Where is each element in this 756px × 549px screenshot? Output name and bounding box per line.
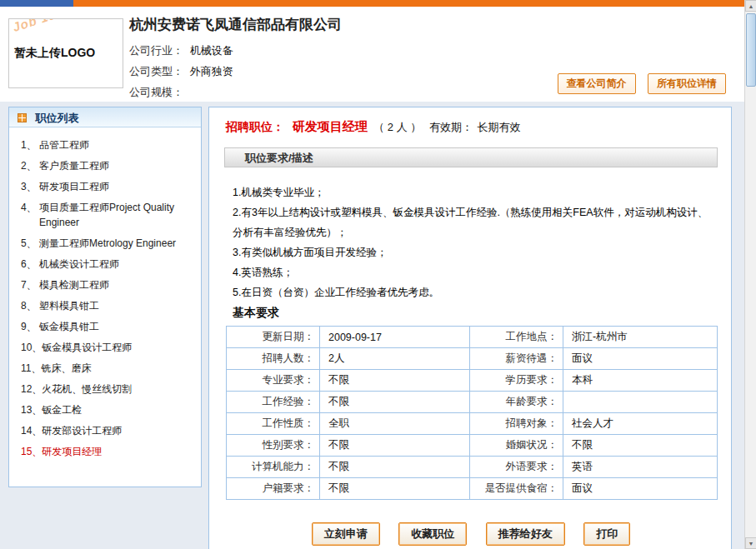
job-description-line: 1.机械类专业毕业；	[233, 182, 709, 202]
job-item-number: 7、	[14, 277, 39, 292]
scroll-thumb[interactable]	[746, 13, 756, 87]
job-item-number: 13、	[14, 402, 42, 417]
requirement-value: 面议	[563, 348, 718, 370]
job-description-header: 职位要求/描述	[224, 147, 718, 167]
job-item-label: 塑料模具钳工	[39, 298, 196, 313]
all-positions-button[interactable]: 所有职位详情	[648, 73, 726, 94]
job-item-label: 研发项目经理	[42, 444, 196, 459]
job-item-number: 6、	[14, 257, 39, 272]
table-row: 工作经验： 不限 年龄要求：	[227, 392, 718, 413]
requirement-value: 本科	[563, 370, 718, 392]
job-item-number: 10、	[14, 340, 42, 355]
requirement-label: 招聘人数：	[227, 348, 320, 370]
requirement-label: 户籍要求：	[227, 478, 320, 500]
table-row: 性别要求： 不限 婚姻状况： 不限	[227, 435, 718, 457]
job-item-number: 14、	[14, 423, 42, 438]
sidebar-job-item[interactable]: 8、 塑料模具钳工	[14, 298, 196, 313]
requirement-value: 2人	[320, 348, 470, 370]
job-item-label: 钣金工检	[42, 402, 196, 417]
requirement-label: 婚姻状况：	[470, 435, 563, 457]
scroll-down-icon[interactable]: ▼	[745, 537, 756, 549]
job-description: 1.机械类专业毕业； 2.有3年以上结构设计或塑料模具、钣金模具设计工作经验.（…	[233, 182, 709, 302]
requirement-value: 不限	[320, 392, 470, 413]
job-item-label: 模具检测工程师	[39, 277, 196, 292]
requirement-value: 社会人才	[563, 413, 718, 435]
job-detail-panel: 招聘职位： 研发项目经理 （ 2 人 ） 有效期： 长期有效 职位要求/描述 1…	[208, 107, 732, 549]
sidebar-job-item[interactable]: 13、 钣金工检	[14, 402, 196, 417]
job-item-label: 品管工程师	[39, 137, 196, 152]
sidebar-job-item[interactable]: 1、 品管工程师	[14, 137, 196, 152]
sidebar-job-item[interactable]: 6、 机械类设计工程师	[14, 257, 196, 272]
requirement-label: 外语要求：	[470, 457, 563, 478]
requirement-value: 不限	[320, 478, 470, 500]
job-title: 研发项目经理	[293, 119, 368, 133]
top-accent-bar	[0, 0, 744, 7]
requirement-value: 全职	[320, 413, 470, 435]
requirement-value: 不限	[320, 435, 470, 457]
requirement-label: 学历要求：	[470, 370, 563, 392]
job-item-label: 测量工程师Metrology Engineer	[39, 236, 196, 251]
sidebar-job-item[interactable]: 12、 火花机、慢丝线切割	[14, 382, 196, 397]
job-item-number: 3、	[14, 179, 39, 194]
list-icon	[18, 113, 27, 122]
sidebar-job-item[interactable]: 10、 钣金模具设计工程师	[14, 340, 196, 355]
sidebar-job-item[interactable]: 2、 客户质量工程师	[14, 158, 196, 173]
requirement-value: 不限	[320, 457, 470, 478]
job-list-header: 职位列表	[9, 107, 201, 127]
requirement-label: 性别要求：	[227, 435, 320, 457]
company-type-label: 公司类型：	[129, 65, 183, 77]
top-accent-bar-blue	[0, 0, 73, 7]
job-item-number: 11、	[14, 361, 41, 376]
job-list-panel: 职位列表 1、 品管工程师 2、 客户质量工程师 3、 研发项目工程师 4、 项…	[8, 107, 202, 487]
job-item-number: 15、	[14, 444, 42, 459]
requirement-label: 工作经验：	[227, 392, 320, 413]
requirement-value: 2009-09-17	[320, 327, 470, 348]
company-industry-label: 公司行业：	[129, 44, 183, 57]
job-item-label: 钣金模具钳工	[39, 319, 196, 334]
job-description-line: 2.有3年以上结构设计或塑料模具、钣金模具设计工作经验.（熟练使用相关FEA软件…	[233, 202, 709, 242]
sidebar-job-item[interactable]: 7、 模具检测工程师	[14, 277, 196, 292]
requirement-label: 招聘对象：	[470, 413, 563, 435]
sidebar-job-item[interactable]: 3、 研发项目工程师	[14, 179, 196, 194]
company-header: Job 1001.com 暂未上传LOGO 杭州安费诺飞凤通信部品有限公司 公司…	[0, 7, 744, 102]
job-item-label: 铣床、磨床	[41, 361, 196, 376]
requirements-table: 更新日期： 2009-09-17 工作地点： 浙江-杭州市 招聘人数： 2人 薪…	[226, 326, 718, 500]
scroll-up-icon[interactable]: ▲	[745, 0, 756, 12]
table-row: 更新日期： 2009-09-17 工作地点： 浙江-杭州市	[227, 327, 718, 348]
requirement-label: 更新日期：	[227, 327, 320, 348]
apply-button[interactable]: 立刻申请	[312, 522, 380, 546]
company-name: 杭州安费诺飞凤通信部品有限公司	[129, 15, 342, 34]
job-item-number: 9、	[14, 319, 39, 334]
requirement-label: 计算机能力：	[227, 457, 320, 478]
sidebar-job-item[interactable]: 4、 项目质量工程师Project Quality Engineer	[14, 200, 196, 230]
requirement-label: 是否提供食宿：	[470, 478, 563, 500]
table-row: 专业要求： 不限 学历要求： 本科	[227, 370, 718, 392]
sidebar-job-item[interactable]: 11、 铣床、磨床	[14, 361, 196, 376]
view-company-profile-button[interactable]: 查看公司简介	[558, 73, 636, 94]
job-item-label: 钣金模具设计工程师	[42, 340, 196, 355]
table-row: 招聘人数： 2人 薪资待遇： 面议	[227, 348, 718, 370]
job-item-label: 研发项目工程师	[39, 179, 196, 194]
table-row: 工作性质： 全职 招聘对象： 社会人才	[227, 413, 718, 435]
print-button[interactable]: 打印	[583, 522, 630, 546]
requirement-value: 不限	[320, 370, 470, 392]
job-item-label: 客户质量工程师	[39, 158, 196, 173]
company-industry-row: 公司行业： 机械设备	[129, 40, 233, 61]
requirement-label: 工作地点：	[470, 327, 563, 348]
table-row: 户籍要求： 不限 是否提供食宿： 面议	[227, 478, 718, 500]
sidebar-job-item[interactable]: 14、 研发部设计工程师	[14, 423, 196, 438]
recommend-button[interactable]: 推荐给好友	[486, 522, 565, 546]
job-description-line: 5.在日资（台资）企业工作经验者优先考虑。	[233, 282, 709, 302]
sidebar-job-item[interactable]: 9、 钣金模具钳工	[14, 319, 196, 334]
sidebar-job-item[interactable]: 5、 测量工程师Metrology Engineer	[14, 236, 196, 251]
job-item-label: 火花机、慢丝线切割	[42, 382, 196, 397]
validity-value: 长期有效	[478, 121, 521, 133]
sidebar-job-item-current[interactable]: 15、 研发项目经理	[14, 444, 196, 459]
action-buttons: 立刻申请 收藏职位 推荐给好友 打印	[209, 522, 733, 546]
scrollbar[interactable]: ▲ ▼	[744, 0, 756, 549]
job-item-number: 2、	[14, 158, 39, 173]
requirement-value: 浙江-杭州市	[563, 327, 718, 348]
save-job-button[interactable]: 收藏职位	[398, 522, 467, 546]
job-item-number: 4、	[14, 200, 39, 230]
requirement-label: 薪资待遇：	[470, 348, 563, 370]
